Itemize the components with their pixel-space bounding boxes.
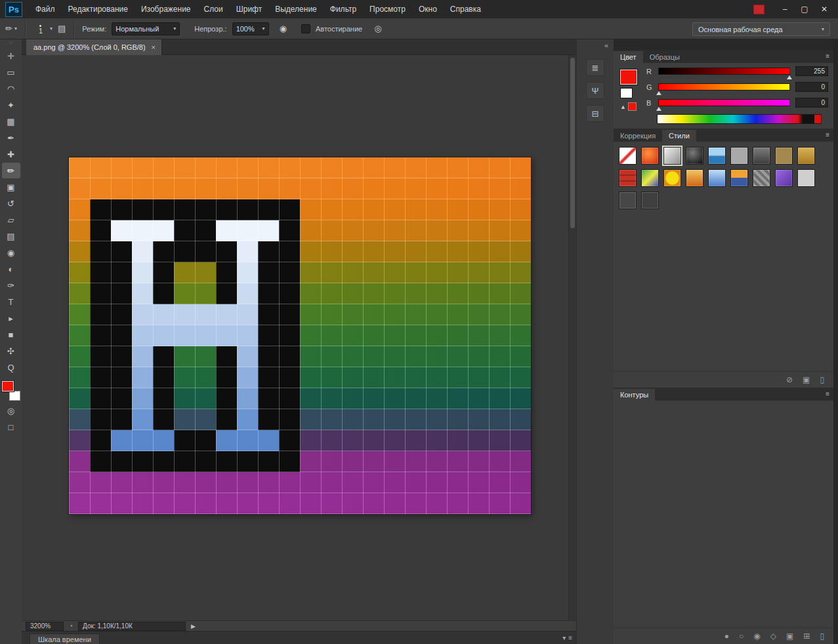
menu-item[interactable]: Шрифт bbox=[230, 0, 268, 18]
type-tool[interactable]: T bbox=[2, 294, 20, 310]
style-swatch-tan-texture[interactable] bbox=[775, 147, 793, 165]
gradient-tool[interactable]: ▤ bbox=[2, 228, 20, 244]
status-expand-icon[interactable]: ▶ bbox=[191, 623, 196, 630]
new-style-icon[interactable]: ▣ bbox=[803, 375, 810, 384]
healing-brush-tool[interactable]: ✚ bbox=[2, 146, 20, 162]
tab-paths[interactable]: Контуры bbox=[614, 389, 655, 401]
pen-tool[interactable]: ✑ bbox=[2, 277, 20, 293]
style-swatch-yellow-border[interactable] bbox=[663, 169, 681, 187]
scrollbar-thumb[interactable] bbox=[570, 58, 575, 228]
tab-close-icon[interactable]: × bbox=[152, 43, 156, 51]
make-work-path-icon[interactable]: ◇ bbox=[770, 632, 776, 641]
tab-color[interactable]: Цвет bbox=[614, 51, 643, 63]
slider-value-field[interactable]: 0 bbox=[795, 82, 828, 92]
color-spectrum-bar[interactable] bbox=[657, 114, 822, 124]
style-swatch-amber-gradient[interactable] bbox=[686, 169, 703, 187]
tab-swatches[interactable]: Образцы bbox=[643, 51, 686, 63]
crop-tool[interactable]: ▦ bbox=[2, 113, 20, 129]
move-tool[interactable]: ✛ bbox=[2, 48, 20, 64]
path-selection-tool[interactable]: ▸ bbox=[2, 310, 20, 326]
zoom-level-field[interactable]: 3200% bbox=[26, 622, 64, 631]
clear-style-icon[interactable]: ⊘ bbox=[786, 375, 793, 384]
eraser-tool[interactable]: ▱ bbox=[2, 212, 20, 228]
autoerase-checkbox[interactable] bbox=[301, 24, 310, 33]
style-swatch-red-orange-glow[interactable] bbox=[641, 147, 659, 165]
style-swatch-default-none[interactable] bbox=[619, 147, 637, 165]
style-swatch-outline-dark[interactable] bbox=[641, 191, 659, 209]
document-tab[interactable]: aa.png @ 3200% (Слой 0, RGB/8) × bbox=[26, 39, 162, 55]
style-swatch-gray-pattern[interactable] bbox=[753, 169, 770, 187]
collapse-dock-icon[interactable]: « bbox=[577, 39, 614, 53]
airbrush-icon[interactable]: ◉ bbox=[280, 24, 287, 33]
style-swatch-purple-gradient[interactable] bbox=[775, 169, 793, 187]
slider-handle[interactable] bbox=[787, 75, 792, 79]
style-swatch-flat-gray[interactable] bbox=[730, 147, 748, 165]
brush-size-picker[interactable]: 1 ▾ bbox=[33, 24, 52, 34]
eyedropper-tool[interactable]: ✒ bbox=[2, 130, 20, 146]
style-swatch-sunset[interactable] bbox=[730, 169, 748, 187]
pencil-tool[interactable]: ✏ bbox=[2, 163, 20, 178]
hand-tool[interactable]: ✣ bbox=[2, 343, 20, 359]
style-swatch-gray-bevel[interactable] bbox=[663, 147, 681, 165]
delete-path-icon[interactable]: ▯ bbox=[820, 632, 824, 641]
gamut-swatch[interactable] bbox=[628, 102, 637, 111]
clone-stamp-tool[interactable]: ▣ bbox=[2, 179, 20, 195]
add-mask-icon[interactable]: ▣ bbox=[786, 632, 793, 641]
style-swatch-black-sphere[interactable] bbox=[686, 147, 703, 165]
style-swatch-sky-blue-gradient[interactable] bbox=[708, 169, 726, 187]
canvas-area[interactable] bbox=[22, 55, 576, 620]
panel-foreground-swatch[interactable] bbox=[620, 70, 637, 85]
blur-tool[interactable]: ◉ bbox=[2, 245, 20, 260]
opacity-dropdown[interactable]: 100% ▾ bbox=[232, 22, 269, 35]
slider-value-field[interactable]: 255 bbox=[795, 66, 828, 76]
tab-timeline[interactable]: Шкала времени bbox=[30, 634, 100, 644]
brush-panel-toggle-icon[interactable]: ▤ bbox=[58, 24, 66, 33]
minimize-button[interactable]: – bbox=[775, 0, 795, 18]
menu-item[interactable]: Слои bbox=[198, 0, 230, 18]
close-button[interactable]: ✕ bbox=[814, 0, 834, 18]
style-swatch-gold-gradient[interactable] bbox=[797, 147, 815, 165]
style-swatch-outline-light[interactable] bbox=[619, 191, 637, 209]
style-swatch-light-gray[interactable] bbox=[797, 169, 815, 187]
properties-panel-icon[interactable]: Ψ bbox=[586, 82, 604, 99]
style-swatch-blue-gloss[interactable] bbox=[708, 147, 726, 165]
background-color-swatch[interactable] bbox=[9, 391, 20, 401]
history-brush-tool[interactable]: ↺ bbox=[2, 195, 20, 211]
style-swatch-chrome-rainbow[interactable] bbox=[641, 169, 659, 187]
color-swatches[interactable] bbox=[1, 380, 21, 401]
gamut-warning[interactable]: ▲ bbox=[620, 102, 637, 111]
styles-panel-menu-icon[interactable]: ≡ bbox=[826, 131, 829, 138]
blend-mode-dropdown[interactable]: Нормальный ▾ bbox=[112, 22, 180, 35]
style-swatch-red-tile[interactable] bbox=[619, 169, 637, 187]
panel-background-swatch[interactable] bbox=[620, 88, 633, 98]
pressure-toggle-icon[interactable]: ◎ bbox=[374, 24, 381, 33]
workspace-dropdown[interactable]: Основная рабочая среда ▾ bbox=[692, 22, 830, 36]
restore-button[interactable]: ▢ bbox=[795, 0, 814, 18]
menu-item[interactable]: Просмотр bbox=[363, 0, 412, 18]
quick-mask-button[interactable]: ◎ bbox=[2, 403, 20, 418]
menu-item[interactable]: Файл bbox=[29, 0, 62, 18]
slider-track[interactable] bbox=[658, 99, 790, 106]
history-panel-icon[interactable]: ≣ bbox=[586, 59, 604, 76]
tab-styles[interactable]: Стили bbox=[662, 130, 696, 142]
screen-mode-button[interactable]: □ bbox=[2, 419, 20, 435]
lasso-tool[interactable]: ◠ bbox=[2, 81, 20, 96]
slider-track[interactable] bbox=[658, 68, 790, 75]
quick-selection-tool[interactable]: ✦ bbox=[2, 97, 20, 113]
zoom-tool[interactable]: Q bbox=[2, 359, 20, 375]
slider-track[interactable] bbox=[658, 83, 790, 91]
shape-tool[interactable]: ■ bbox=[2, 327, 20, 342]
timeline-panel-menu-icon[interactable]: ▾ ≡ bbox=[562, 634, 572, 641]
dodge-tool[interactable]: ◐ bbox=[2, 261, 20, 277]
canvas-image[interactable] bbox=[69, 157, 531, 514]
menu-item[interactable]: Выделение bbox=[268, 0, 324, 18]
paths-panel-menu-icon[interactable]: ≡ bbox=[826, 390, 829, 397]
menu-item[interactable]: Изображение bbox=[135, 0, 198, 18]
load-selection-icon[interactable]: ◉ bbox=[753, 632, 760, 641]
menu-item[interactable]: Окно bbox=[412, 0, 444, 18]
stroke-path-icon[interactable]: ○ bbox=[739, 632, 744, 641]
slider-handle[interactable] bbox=[656, 91, 661, 95]
new-path-icon[interactable]: ⊞ bbox=[803, 632, 810, 641]
color-panel-menu-icon[interactable]: ≡ bbox=[826, 52, 829, 60]
marquee-tool[interactable]: ▭ bbox=[2, 64, 20, 80]
